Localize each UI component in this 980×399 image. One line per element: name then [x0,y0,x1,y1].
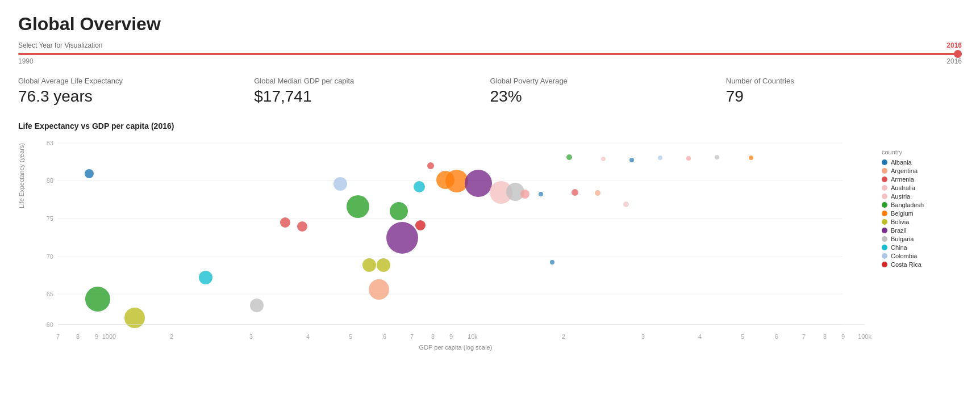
svg-text:70: 70 [47,253,53,260]
bubble-albania[interactable] [85,169,94,178]
legend-item-label: Brazil [891,227,907,234]
svg-text:80: 80 [47,177,53,184]
legend-item[interactable]: Albania [882,159,973,166]
legend-dot [882,202,887,208]
dot-small11[interactable] [623,201,629,207]
stat-life-expectancy: Global Average Life Expectancy 76.3 year… [18,77,254,106]
bubble-armenia[interactable] [280,217,290,228]
stat-poverty-label: Global Poverty Average [490,77,726,85]
legend-item[interactable]: Australia [882,184,973,191]
bubble-bangladesh[interactable] [85,287,110,312]
y-axis-label: Life Expectancy (years) [18,143,25,208]
svg-text:8: 8 [76,333,80,340]
legend-item[interactable]: Armenia [882,176,973,183]
bubble-bulgaria[interactable] [250,299,264,312]
dot-small9[interactable] [572,189,578,196]
dot-small1[interactable] [566,154,572,160]
legend-item-label: Colombia [891,253,917,259]
slider-track [18,53,962,55]
year-labels: 1990 2016 [18,57,962,65]
svg-text:1000: 1000 [102,333,116,340]
legend-item[interactable]: Argentina [882,167,973,174]
bubble-colombia[interactable] [333,177,347,191]
bubble-bangladesh3[interactable] [390,202,408,220]
svg-text:6: 6 [775,333,778,340]
svg-text:10k: 10k [468,333,478,340]
legend-item[interactable]: Austria [882,193,973,200]
svg-text:75: 75 [47,215,53,222]
bubble-bolivia[interactable] [124,308,145,328]
svg-text:65: 65 [47,291,53,297]
year-min-label: 1990 [18,57,34,65]
stat-countries-value: 79 [726,87,962,106]
bubble-china2[interactable] [414,181,425,192]
bubble-brazil2[interactable] [465,170,492,197]
stat-poverty: Global Poverty Average 23% [490,77,726,106]
bubble-armenia2[interactable] [297,221,307,232]
dot-small12[interactable] [550,260,554,264]
svg-text:5: 5 [349,333,352,340]
legend-item[interactable]: Bulgaria [882,236,973,242]
bubble-argentina-pink[interactable] [369,279,389,300]
bubble-brazil[interactable] [386,222,418,254]
bubble-bolivia2[interactable] [362,258,376,272]
svg-text:4: 4 [306,333,310,340]
svg-text:2: 2 [562,333,565,340]
svg-text:8: 8 [431,333,435,340]
svg-text:7: 7 [802,333,806,340]
stat-gdp-value: $17,741 [254,87,490,106]
stat-countries: Number of Countries 79 [726,77,962,106]
dot-small10[interactable] [595,190,600,196]
dot-small5[interactable] [686,156,691,161]
svg-text:7: 7 [410,333,414,340]
legend-item-label: Bangladesh [891,201,924,208]
bubble-austria[interactable] [520,190,529,199]
dot-small6[interactable] [715,155,719,159]
dot-small2[interactable] [601,157,606,161]
dot-small7[interactable] [749,156,753,160]
legend-item-label: Costa Rica [891,261,921,268]
legend-item[interactable]: Costa Rica [882,261,973,268]
legend: country AlbaniaArgentinaArmeniaAustralia… [882,137,973,270]
legend-dot [882,211,887,216]
legend-item[interactable]: Brazil [882,227,973,234]
dot-small4[interactable] [658,156,662,160]
chart-svg: .axis-text { font-size: 11px; fill: #aaa… [30,137,882,347]
svg-text:5: 5 [741,333,744,340]
legend-item[interactable]: Belgium [882,210,973,217]
scatter-plot: .axis-text { font-size: 11px; fill: #aaa… [30,137,882,351]
svg-text:2: 2 [170,333,173,340]
year-max-label: 2016 [946,57,962,65]
legend-item[interactable]: Bangladesh [882,201,973,208]
svg-text:60: 60 [47,321,53,328]
bubble-belgium2[interactable] [445,170,468,192]
stat-gdp: Global Median GDP per capita $17,741 [254,77,490,106]
stats-row: Global Average Life Expectancy 76.3 year… [18,77,962,106]
svg-text:3: 3 [249,333,253,340]
legend-item[interactable]: Bolivia [882,219,973,225]
svg-text:7: 7 [56,333,60,340]
legend-dot [882,253,887,259]
legend-item-label: Bolivia [891,219,909,225]
bubble-costarica[interactable] [415,220,426,230]
year-slider-container: 2016 [18,53,962,55]
legend-item[interactable]: China [882,244,973,251]
bubble-bangladesh2[interactable] [347,195,369,218]
dot-small3[interactable] [629,158,634,162]
legend-items: AlbaniaArgentinaArmeniaAustraliaAustriaB… [882,159,973,268]
svg-text:4: 4 [698,333,702,340]
bubble-bolivia3[interactable] [377,258,390,272]
dot-red1[interactable] [427,162,434,169]
legend-item[interactable]: Colombia [882,253,973,259]
page-title: Global Overview [18,14,962,35]
y-axis-container: Life Expectancy (years) [18,143,27,208]
legend-dot [882,236,887,242]
page: Global Overview Select Year for Visualiz… [0,0,980,364]
legend-dot [882,245,887,250]
svg-text:83: 83 [47,140,53,146]
dot-small8[interactable] [539,192,543,196]
slider-thumb[interactable] [954,50,962,58]
bubble-china[interactable] [199,271,212,284]
legend-dot [882,219,887,225]
stat-poverty-value: 23% [490,87,726,106]
